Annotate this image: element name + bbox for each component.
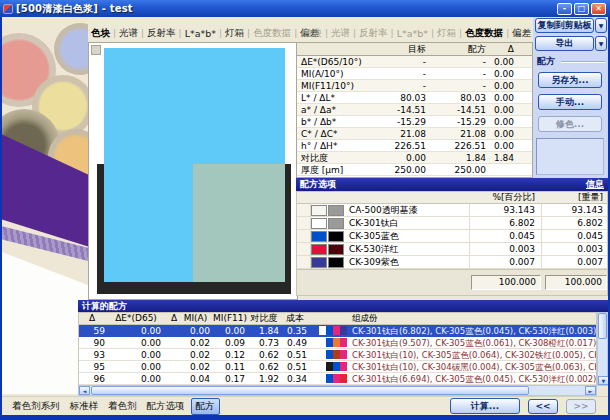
status-tab-standard-sample[interactable]: 标准样: [66, 399, 103, 414]
right-tab-color-patch: 色块: [300, 27, 325, 40]
manual-button[interactable]: 手动...: [538, 94, 602, 110]
vertical-scroll-thumb[interactable]: [598, 313, 607, 339]
formula-ingredient-row[interactable]: CK-301钛白6.8026.802: [297, 217, 607, 230]
formula-number: 59: [79, 325, 111, 337]
calculated-formula-row[interactable]: 960.000.040.171.920.34CK-301钛白(6.694), C…: [79, 373, 596, 385]
scroll-left-icon[interactable]: ◄: [79, 386, 90, 395]
formula-group-label: 配方: [537, 55, 555, 68]
colorant-swatch: [326, 362, 333, 371]
measure-row: L* / ΔL*80.0380.030.00: [297, 92, 532, 104]
measure-row: b* / Δb*-15.29-15.290.00: [297, 116, 532, 128]
calculated-formula-row[interactable]: 930.000.020.120.620.51CK-301钛白(10), CK-3…: [79, 349, 596, 361]
status-tab-formula[interactable]: 配方: [191, 398, 220, 415]
measure-target-value: 0.00: [371, 152, 431, 163]
measure-target-value: 226.51: [371, 140, 431, 151]
formula-ingredient-row[interactable]: CK-305蓝色0.0450.045: [297, 230, 607, 243]
formula-options-column-headers: %[百分比] [重量]: [296, 191, 608, 204]
cost-value: 0.34: [283, 373, 311, 384]
next-button: >>: [566, 399, 596, 414]
colorant-swatch: [319, 374, 326, 383]
status-tab-formula-options[interactable]: 配方选项: [143, 399, 189, 414]
measure-label: h° / ΔH*: [297, 140, 371, 151]
measure-formula-value: -14.51: [431, 104, 491, 115]
formula-options-title: 配方选项: [300, 178, 336, 191]
colorant-swatch: [311, 257, 327, 268]
left-tab-color-patch[interactable]: 色块: [88, 27, 113, 40]
colorant-swatch: [333, 350, 340, 359]
formula-number: 90: [79, 337, 111, 348]
scroll-right-icon[interactable]: ►: [585, 386, 596, 395]
mi-a-value: 0.02: [181, 349, 213, 360]
column-index: Δ: [79, 313, 111, 324]
calculated-formula-row[interactable]: 950.000.020.110.620.51CK-301钛白(10), CK-3…: [79, 361, 596, 373]
calculated-formula-row[interactable]: 900.000.020.090.730.49CK-301钛白(9.507), C…: [79, 337, 596, 349]
ingredient-weight: 6.802: [541, 217, 607, 229]
contrast-value: 1.92: [249, 373, 283, 384]
info-link[interactable]: 信息: [586, 178, 604, 191]
colorant-swatch: [333, 326, 340, 335]
left-tab-reflectance[interactable]: 反射率: [144, 27, 179, 40]
maximize-button[interactable]: □: [574, 3, 589, 15]
export-button[interactable]: 导出: [535, 36, 594, 51]
colorant-name: CK-530洋红: [345, 243, 469, 255]
measure-label: L* / ΔL*: [297, 92, 371, 103]
status-tab-colorant-series[interactable]: 着色剂系列: [8, 399, 64, 414]
mi-a-value: 0.00: [181, 325, 213, 337]
colorant-swatch-group: [319, 325, 349, 337]
measure-target-value: -: [371, 56, 431, 67]
colorant-name: CK-301钛白: [345, 217, 469, 229]
copy-to-clipboard-button[interactable]: 复制到剪贴板: [535, 18, 594, 33]
column-header-blank: [297, 43, 371, 55]
measure-target-value: -: [371, 80, 431, 91]
right-tab-colorimetric[interactable]: 色度数据: [462, 27, 506, 40]
vertical-scrollbar[interactable]: ▼: [597, 312, 608, 386]
colorant-swatch: [328, 257, 344, 268]
window-title: [500清漆白色浆] - test: [16, 2, 557, 16]
calculated-column-headers: Δ ΔE*(D65) Δ MI(A) MI(F11) 对比度 成本 组成份: [78, 312, 597, 325]
ingredient-percent: 93.143: [469, 204, 541, 216]
formula-composition: CK-301钛白(9.507), CK-305蓝色(0.061), CK-308…: [349, 337, 596, 348]
gap-cell: [311, 325, 319, 337]
column-cost: 成本: [283, 313, 311, 324]
colorant-swatch: [340, 350, 347, 359]
left-tab-light-booth[interactable]: 灯箱: [222, 27, 247, 40]
measure-target-value: -15.29: [371, 116, 431, 127]
formula-total-row: 100.000 100.000: [296, 269, 608, 296]
measure-formula-value: -15.29: [431, 116, 491, 127]
status-tab-colorant[interactable]: 着色剂: [104, 399, 141, 414]
calculated-formula-row[interactable]: 590.000.000.001.840.35CK-301钛白(6.802), C…: [79, 325, 596, 337]
right-tab-difference[interactable]: 偏差: [509, 27, 534, 40]
formula-ingredient-row[interactable]: CA-500透明基漆93.14393.143: [297, 204, 607, 217]
horizontal-scrollbar[interactable]: ◄ ►: [78, 385, 597, 396]
measure-row: MI(A/10°)--0.00: [297, 68, 532, 80]
formula-ingredient-row[interactable]: CK-530洋红0.0030.003: [297, 243, 607, 256]
delta-e-value: 0.00: [111, 373, 167, 384]
export-dropdown-arrow-icon[interactable]: ▼: [595, 36, 607, 51]
delta-e-value: 0.00: [111, 337, 167, 348]
horizontal-scroll-thumb[interactable]: [91, 386, 529, 395]
calculated-formulas-header: 计算的配方: [78, 300, 608, 312]
mi-a-value: 0.02: [181, 361, 213, 372]
delta-e-value: 0.00: [111, 361, 167, 372]
left-tab-spectrum[interactable]: 光谱: [116, 27, 141, 40]
left-tab-lab[interactable]: L*a*b*: [182, 28, 219, 39]
formula-ingredient-row[interactable]: CK-309紫色0.0070.007: [297, 256, 607, 269]
delta-e-value: 0.00: [111, 349, 167, 360]
minimize-button[interactable]: -: [557, 3, 572, 15]
colorant-swatch: [326, 326, 333, 335]
copy-dropdown-arrow-icon[interactable]: ▼: [595, 18, 607, 33]
calculate-button[interactable]: 计算...: [450, 398, 520, 414]
calculated-formulas-list: 590.000.000.001.840.35CK-301钛白(6.802), C…: [78, 325, 597, 386]
ingredient-percent: 0.045: [469, 230, 541, 242]
measure-target-value: -: [371, 68, 431, 79]
right-tab-strip: 色块|光谱|反射率|L*a*b*|灯箱|色度数据|偏差: [300, 25, 533, 41]
previous-button[interactable]: <<: [528, 399, 558, 414]
column-header-target: 目标: [371, 43, 431, 55]
mi-a-value: 0.02: [181, 337, 213, 348]
close-button[interactable]: ✕: [591, 3, 606, 15]
column-composition: 组成份: [349, 313, 596, 324]
title-bar[interactable]: [500清漆白色浆] - test - □ ✕: [0, 0, 610, 17]
measure-formula-value: -: [431, 56, 491, 67]
save-as-button[interactable]: 另存为...: [538, 72, 602, 88]
column-swatches: [311, 192, 345, 203]
